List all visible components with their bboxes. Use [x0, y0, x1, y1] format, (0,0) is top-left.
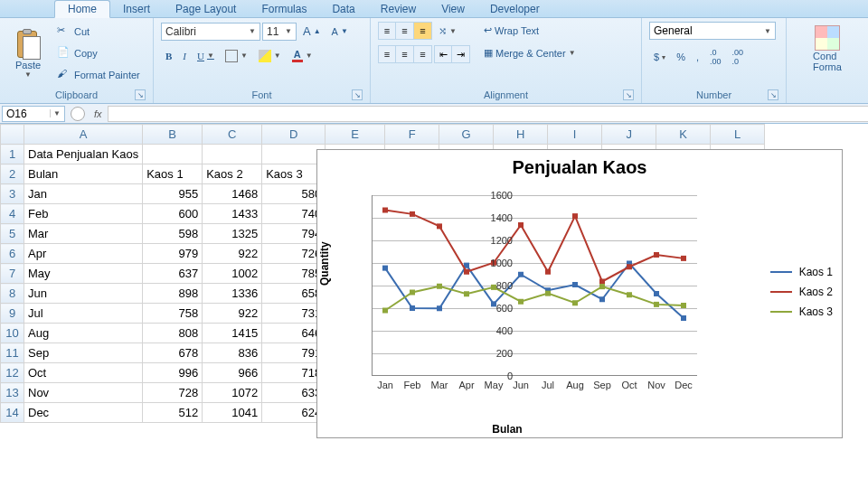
percent-button[interactable]: %: [672, 49, 690, 65]
row-header-8[interactable]: 8: [1, 284, 24, 304]
cell-C8[interactable]: 1336: [203, 284, 262, 304]
dialog-launcher-icon[interactable]: ↘: [352, 89, 363, 100]
cell-B12[interactable]: 996: [143, 363, 203, 383]
col-header-J[interactable]: J: [602, 125, 656, 145]
col-header-G[interactable]: G: [439, 125, 494, 145]
row-header-3[interactable]: 3: [1, 184, 24, 204]
row-header-1[interactable]: 1: [1, 145, 24, 164]
cell-B1[interactable]: [143, 145, 203, 164]
cancel-icon[interactable]: [71, 107, 85, 121]
borders-button[interactable]: ▼: [221, 47, 252, 65]
col-header-H[interactable]: H: [494, 125, 548, 145]
cell-B13[interactable]: 728: [143, 383, 203, 403]
cell-C9[interactable]: 922: [203, 304, 262, 324]
dialog-launcher-icon[interactable]: ↘: [135, 89, 146, 100]
italic-button[interactable]: I: [178, 48, 191, 64]
cell-A5[interactable]: Mar: [24, 224, 143, 244]
cell-C11[interactable]: 836: [203, 343, 262, 363]
vertical-align[interactable]: ≡≡≡: [378, 22, 432, 40]
col-header-I[interactable]: I: [548, 125, 602, 145]
cell-B7[interactable]: 637: [143, 264, 203, 284]
row-header-7[interactable]: 7: [1, 264, 24, 284]
cell-A1[interactable]: Data Penjualan Kaos: [24, 145, 143, 164]
currency-button[interactable]: $▾: [649, 49, 670, 65]
row-header-14[interactable]: 14: [1, 403, 24, 423]
row-header-9[interactable]: 9: [1, 304, 24, 324]
paste-button[interactable]: Paste ▼: [7, 22, 49, 85]
cell-A4[interactable]: Feb: [24, 204, 143, 224]
chart-penjualan-kaos[interactable]: Penjualan Kaos Quantity 0200400600800100…: [316, 149, 843, 438]
cell-A11[interactable]: Sep: [24, 343, 143, 363]
cell-C6[interactable]: 922: [203, 244, 262, 264]
cell-B14[interactable]: 512: [143, 403, 203, 423]
increase-decimal-button[interactable]: .0.00: [705, 45, 726, 69]
tab-review[interactable]: Review: [368, 1, 429, 17]
number-format-select[interactable]: General▼: [649, 22, 776, 40]
col-header-C[interactable]: C: [203, 125, 262, 145]
format-painter-button[interactable]: Format Painter: [52, 65, 145, 85]
tab-home[interactable]: Home: [54, 0, 110, 18]
row-header-10[interactable]: 10: [1, 324, 24, 343]
row-header-4[interactable]: 4: [1, 204, 24, 224]
cell-A12[interactable]: Oct: [24, 363, 143, 383]
cell-A13[interactable]: Nov: [24, 383, 143, 403]
select-all-corner[interactable]: [1, 125, 24, 145]
col-header-B[interactable]: B: [143, 125, 203, 145]
cell-B2[interactable]: Kaos 1: [143, 164, 203, 184]
grow-font-button[interactable]: A▲: [298, 22, 326, 41]
row-header-5[interactable]: 5: [1, 224, 24, 244]
font-color-button[interactable]: A▼: [288, 46, 317, 65]
wrap-text-button[interactable]: ↩Wrap Text: [479, 22, 580, 39]
cell-C1[interactable]: [203, 145, 262, 164]
cell-B10[interactable]: 808: [143, 324, 203, 343]
tab-page-layout[interactable]: Page Layout: [163, 1, 249, 17]
row-header-11[interactable]: 11: [1, 343, 24, 363]
font-size-select[interactable]: 11▼: [262, 23, 297, 41]
cell-A3[interactable]: Jan: [24, 184, 143, 204]
cell-C12[interactable]: 966: [203, 363, 262, 383]
cell-C10[interactable]: 1415: [203, 324, 262, 343]
cell-A7[interactable]: May: [24, 264, 143, 284]
tab-view[interactable]: View: [429, 1, 477, 17]
col-header-D[interactable]: D: [262, 125, 326, 145]
cell-B9[interactable]: 758: [143, 304, 203, 324]
cell-B3[interactable]: 955: [143, 184, 203, 204]
copy-button[interactable]: Copy: [52, 43, 145, 63]
name-box[interactable]: O16▼: [2, 106, 65, 122]
merge-center-button[interactable]: ▦Merge & Center▼: [479, 44, 580, 61]
font-name-select[interactable]: Calibri▼: [161, 23, 260, 41]
orientation-button[interactable]: ⤭▼: [434, 23, 461, 40]
col-header-A[interactable]: A: [24, 125, 143, 145]
tab-developer[interactable]: Developer: [477, 1, 552, 17]
cell-B11[interactable]: 678: [143, 343, 203, 363]
underline-button[interactable]: U▼: [193, 48, 219, 64]
row-header-6[interactable]: 6: [1, 244, 24, 264]
col-header-K[interactable]: K: [656, 125, 711, 145]
shrink-font-button[interactable]: A▼: [327, 23, 353, 40]
cell-A2[interactable]: Bulan: [24, 164, 143, 184]
formula-input[interactable]: [108, 106, 868, 122]
cell-C3[interactable]: 1468: [203, 184, 262, 204]
decrease-decimal-button[interactable]: .00.0: [727, 45, 748, 69]
row-header-2[interactable]: 2: [1, 164, 24, 184]
row-header-13[interactable]: 13: [1, 383, 24, 403]
cell-B6[interactable]: 979: [143, 244, 203, 264]
dialog-launcher-icon[interactable]: ↘: [768, 89, 778, 100]
comma-button[interactable]: ,: [692, 49, 703, 65]
col-header-F[interactable]: F: [385, 125, 439, 145]
cut-button[interactable]: Cut: [52, 22, 145, 42]
dialog-launcher-icon[interactable]: ↘: [623, 89, 634, 100]
conditional-formatting-button[interactable]: Cond Forma: [794, 22, 861, 76]
bold-button[interactable]: B: [161, 48, 176, 64]
col-header-L[interactable]: L: [711, 125, 765, 145]
col-header-E[interactable]: E: [326, 125, 385, 145]
cell-B4[interactable]: 600: [143, 204, 203, 224]
cell-A10[interactable]: Aug: [24, 324, 143, 343]
cell-A6[interactable]: Apr: [24, 244, 143, 264]
cell-C5[interactable]: 1325: [203, 224, 262, 244]
cell-C14[interactable]: 1041: [203, 403, 262, 423]
fx-icon[interactable]: fx: [89, 108, 108, 119]
row-header-12[interactable]: 12: [1, 363, 24, 383]
tab-data[interactable]: Data: [319, 1, 367, 17]
worksheet[interactable]: ABCDEFGHIJKL1Data Penjualan Kaos2BulanKa…: [0, 124, 868, 423]
